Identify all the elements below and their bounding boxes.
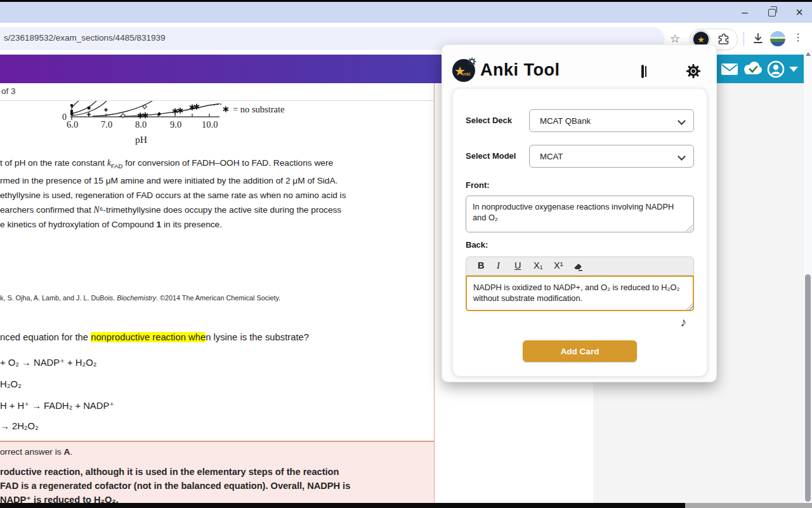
subscript-button[interactable]: X₁ bbox=[534, 260, 543, 271]
account-caret-icon[interactable] bbox=[789, 67, 798, 72]
restore-icon bbox=[768, 9, 776, 17]
p2-line3-post: in its presence. bbox=[161, 220, 222, 229]
p2-line2-post: ⁶-trimethyllysine does occupy the active… bbox=[100, 205, 341, 215]
p2-line2-pre: earchers confirmed that bbox=[0, 205, 94, 215]
bold-button[interactable]: B bbox=[478, 260, 484, 271]
question-post: n lysine is the substrate? bbox=[206, 332, 309, 342]
logo-text: nki bbox=[463, 71, 471, 77]
extensions-puzzle-icon[interactable] bbox=[718, 34, 730, 45]
explanation-line-1: roductive reaction, although it is used … bbox=[0, 467, 339, 477]
citation-journal: Biochemistry bbox=[117, 294, 156, 302]
answer-line-post: . bbox=[70, 447, 72, 457]
back-resize-grip[interactable] bbox=[686, 304, 693, 310]
explanation-text: roductive reaction, although it is used … bbox=[0, 465, 431, 505]
deck-label: Select Deck bbox=[466, 116, 512, 125]
exam-content-panel: of 3 0 6.0 7.0 8.0 9.0 10.0 bbox=[0, 83, 435, 504]
model-label: Select Model bbox=[466, 151, 516, 161]
answer-option-c[interactable]: H + H⁺ → FADH₂ + NADP⁺ bbox=[0, 400, 114, 411]
mail-icon[interactable] bbox=[721, 63, 738, 76]
scrollbar-thumb[interactable] bbox=[805, 274, 811, 502]
deck-value: MCAT QBank bbox=[540, 116, 591, 126]
p1-pre: t of pH on the rate constant bbox=[0, 158, 107, 168]
url-text: s/236189532/exam_sections/4485/831939 bbox=[4, 33, 165, 43]
x-axis-label: pH bbox=[135, 134, 147, 145]
minimize-button[interactable]: – bbox=[734, 2, 756, 23]
chart-legend: = no substrate bbox=[224, 104, 285, 114]
answer-option-b[interactable]: H₂O₂ bbox=[0, 379, 22, 389]
y-origin-label: 0 bbox=[62, 112, 67, 122]
back-input[interactable]: NADPH is oxidized to NADP+, and O₂ is re… bbox=[466, 276, 694, 311]
x-tick-10: 10.0 bbox=[202, 119, 218, 130]
citation-authors: k, S. Ojha, A. Lamb, and J. L. DuBois. bbox=[0, 294, 117, 302]
profile-avatar[interactable] bbox=[770, 31, 785, 46]
kebab-menu-icon[interactable]: ⋮ bbox=[793, 31, 803, 43]
question-pre: nced equation for the bbox=[0, 332, 91, 342]
bookmark-star-icon[interactable]: ☆ bbox=[670, 32, 680, 46]
x-tick-7: 7.0 bbox=[101, 119, 112, 130]
p2-n-variable: N bbox=[94, 205, 100, 215]
kfad-ph-chart: 0 6.0 7.0 8.0 9.0 10.0 pH bbox=[56, 101, 292, 149]
format-toolbar: B I U X₁ X¹ bbox=[466, 257, 694, 276]
side-panel-icon[interactable] bbox=[641, 66, 644, 77]
window-bottom-border bbox=[0, 503, 685, 508]
download-icon[interactable] bbox=[752, 32, 764, 45]
passage-paragraph-2: ethyllysine is used, regeneration of FAD… bbox=[0, 188, 429, 232]
question-stem: nced equation for the nonproductive reac… bbox=[0, 332, 309, 342]
p2-line3-pre: e kinetics of hydroxylation of Compound bbox=[0, 220, 157, 229]
x-tick-8: 8.0 bbox=[135, 119, 147, 130]
front-input[interactable]: In nonproductive oxygenase reactions inv… bbox=[466, 196, 694, 232]
p2-compound-bold: 1 bbox=[157, 220, 162, 229]
underline-button[interactable]: U bbox=[514, 260, 521, 271]
italic-button[interactable]: I bbox=[497, 260, 500, 271]
account-icon[interactable] bbox=[766, 60, 785, 79]
deck-select[interactable]: MCAT QBank bbox=[529, 109, 694, 132]
add-card-button[interactable]: Add Card bbox=[523, 340, 637, 362]
legend-text: = no substrate bbox=[233, 104, 284, 114]
model-select[interactable]: MCAT bbox=[529, 145, 694, 168]
chevron-down-icon bbox=[678, 117, 686, 125]
scrollbar-up-arrow[interactable] bbox=[806, 52, 811, 56]
answer-letter: A bbox=[63, 447, 70, 457]
chevron-down-icon bbox=[678, 152, 686, 161]
p1-k-subscript: FAD bbox=[111, 163, 122, 170]
clear-format-eraser-icon[interactable] bbox=[573, 262, 583, 271]
superscript-button[interactable]: X¹ bbox=[554, 260, 563, 271]
citation: k, S. Ojha, A. Lamb, and J. L. DuBois. B… bbox=[0, 294, 280, 302]
close-button[interactable]: × bbox=[789, 2, 810, 23]
passage-paragraph-1: t of pH on the rate constant kFAD for co… bbox=[0, 156, 429, 188]
add-card-form: Select Deck MCAT QBank Select Model MCAT… bbox=[452, 88, 707, 377]
page-header-right bbox=[716, 55, 804, 83]
question-highlight: nonproductive reaction whe bbox=[91, 332, 206, 342]
explanation-line-2: FAD is a regenerated cofactor (not in th… bbox=[0, 481, 350, 491]
p1-line2: rmed in the presence of 15 μM amine and … bbox=[0, 176, 337, 185]
window-titlebar: – × bbox=[0, 2, 812, 23]
answer-line-pre: orrect answer is bbox=[0, 447, 63, 457]
restore-button[interactable] bbox=[761, 2, 783, 23]
panel-glyph bbox=[641, 65, 644, 78]
correct-answer-line: orrect answer is A. bbox=[0, 447, 72, 457]
explanation-panel: orrect answer is A. roductive reaction, … bbox=[0, 441, 434, 505]
answer-option-d[interactable]: → 2H₂O₂ bbox=[0, 421, 39, 431]
anki-tool-popup: ★ nki Anki Tool Select Deck bbox=[442, 44, 717, 382]
audio-note-icon[interactable]: ♪ bbox=[680, 315, 686, 330]
p2-line1: ethyllysine is used, regeneration of FAD… bbox=[0, 190, 346, 200]
front-resize-grip[interactable] bbox=[686, 225, 693, 231]
x-tick-6: 6.0 bbox=[67, 119, 78, 130]
cloud-check-icon[interactable] bbox=[742, 60, 763, 77]
toolbar-separator bbox=[743, 32, 744, 46]
front-label: Front: bbox=[466, 180, 490, 190]
window-bottom-border-right bbox=[685, 503, 812, 508]
browser-window: – × s/236189532/exam_sections/4485/83193… bbox=[0, 0, 812, 508]
popup-title: Anki Tool bbox=[480, 60, 560, 80]
model-value: MCAT bbox=[540, 152, 563, 161]
p1-post: for conversion of FADH–OOH to FAD. React… bbox=[122, 158, 333, 168]
back-label: Back: bbox=[466, 240, 488, 250]
x-tick-9: 9.0 bbox=[170, 119, 181, 130]
settings-gear-icon[interactable] bbox=[686, 64, 701, 79]
logo-gear-icon bbox=[468, 57, 476, 66]
citation-year: . ©2014 The American Chemical Society. bbox=[156, 294, 280, 302]
passage-pager: of 3 bbox=[1, 86, 16, 96]
anki-tool-logo: ★ nki bbox=[452, 59, 475, 82]
answer-option-a[interactable]: + O₂ → NADP⁺ + H₂O₂ bbox=[0, 357, 97, 368]
